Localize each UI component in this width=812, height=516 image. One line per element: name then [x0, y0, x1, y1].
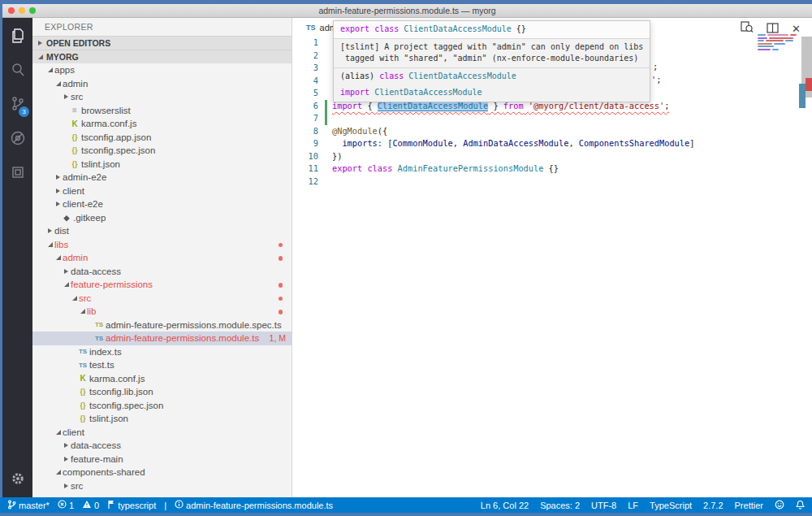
code-line-8[interactable]: 8@NgModule({ — [292, 125, 812, 138]
status-label: 1 — [69, 501, 74, 510]
source-control-icon[interactable]: 3 — [2, 88, 32, 120]
tree-item-label: admin-feature-permissions.module.ts — [106, 333, 259, 343]
tree-item-karma.conf.js[interactable]: karma.conf.js — [32, 117, 292, 131]
ts-olive-file-icon — [93, 321, 106, 328]
hover-alias-line: import ClientDataAccessModule — [334, 85, 650, 102]
tree-item-apps[interactable]: apps — [32, 63, 292, 77]
section-open-editors[interactable]: OPEN EDITORS — [32, 36, 292, 50]
tree-item-dist[interactable]: dist — [32, 224, 292, 238]
code-line-7[interactable]: 7 — [292, 112, 812, 125]
editor-actions: ✕ — [741, 21, 801, 37]
code-line-10[interactable]: 10}) — [292, 150, 812, 163]
tree-item-label: tslint.json — [81, 159, 120, 169]
json-file-icon — [68, 133, 81, 141]
split-editor-icon[interactable] — [767, 22, 779, 37]
line-number: 6 — [292, 100, 318, 113]
status-item[interactable] — [796, 500, 805, 511]
section-root-folder[interactable]: MYORG — [32, 50, 292, 63]
tree-item-client[interactable]: client — [32, 426, 292, 440]
tree-item-tsconfig.app.json[interactable]: tsconfig.app.json — [32, 131, 292, 145]
tree-item-src[interactable]: src — [32, 90, 292, 104]
status-label: typescript — [118, 501, 156, 510]
tree-item-label: src — [71, 92, 83, 102]
tree-item-src[interactable]: src — [32, 479, 292, 493]
tree-item-data-access[interactable]: data-access — [32, 265, 292, 279]
status-item-typescript[interactable]: TypeScript — [650, 501, 692, 510]
status-item-admin-feature-permissions-module-ts[interactable]: admin-feature-permissions.module.ts — [175, 500, 333, 510]
close-editor-icon[interactable]: ✕ — [792, 24, 801, 34]
tree-item-admin-e2e[interactable]: admin-e2e — [32, 171, 292, 184]
tree-item-tsconfig.spec.json[interactable]: tsconfig.spec.json — [32, 399, 292, 413]
tree-item-libs[interactable]: libs — [32, 238, 292, 252]
settings-gear-icon[interactable] — [2, 466, 32, 491]
status-item-1[interactable]: 1 — [58, 500, 74, 510]
status-item[interactable] — [775, 500, 784, 511]
extensions-icon[interactable] — [2, 156, 32, 189]
tree-item-admin-feature-permissions.module.ts[interactable]: admin-feature-permissions.module.ts1, M — [32, 332, 292, 345]
code-line-9[interactable]: 9 imports: [CommonModule, AdminDataAcces… — [292, 137, 812, 150]
tree-item-label: admin — [63, 253, 88, 262]
explorer-icon[interactable] — [2, 20, 32, 52]
search-icon[interactable] — [2, 54, 32, 86]
tree-item-label: tsconfig.spec.json — [89, 401, 163, 410]
tree-item-lib[interactable]: lib — [32, 305, 292, 319]
line-number: 3 — [292, 62, 318, 75]
line-number: 9 — [292, 137, 318, 150]
problem-dot-icon — [279, 310, 283, 314]
minimap[interactable] — [758, 34, 800, 51]
chevron-right-icon — [36, 41, 45, 46]
tree-item-label: tsconfig.spec.json — [81, 145, 155, 155]
debug-icon[interactable] — [2, 122, 32, 154]
status-item-spaces-2[interactable]: Spaces: 2 — [540, 501, 580, 510]
git-branch-icon — [7, 500, 16, 511]
status-item-utf-8[interactable]: UTF-8 — [591, 501, 616, 510]
status-label: Prettier — [735, 501, 763, 510]
open-changes-icon[interactable] — [741, 21, 754, 37]
tree-item-admin[interactable]: admin — [32, 77, 292, 91]
tree-item-label: lib — [87, 306, 97, 316]
status-label: admin-feature-permissions.module.ts — [186, 501, 333, 510]
code-line-12[interactable]: 12 — [292, 176, 812, 189]
tree-item-client[interactable]: client — [32, 184, 292, 198]
tree-item-feature-main[interactable]: feature-main — [32, 453, 292, 466]
line-number: 8 — [292, 125, 318, 138]
status-item--[interactable]: | — [164, 501, 166, 510]
tree-item-admin-feature-permissions.module.spec.ts[interactable]: admin-feature-permissions.module.spec.ts — [32, 319, 292, 332]
tree-item-label: admin — [63, 79, 88, 89]
scm-badge: 3 — [19, 106, 29, 117]
tree-item-browserslist[interactable]: browserslist — [32, 104, 292, 118]
tree-item-tslint.json[interactable]: tslint.json — [32, 412, 292, 426]
tree-item-feature-permissions[interactable]: feature-permissions — [32, 278, 292, 292]
smiley-icon — [775, 500, 784, 511]
tree-item-label: admin-e2e — [63, 172, 106, 182]
code-line-11[interactable]: 11export class AdminFeaturePermissionsMo… — [292, 163, 812, 176]
tree-item-tsconfig.spec.json[interactable]: tsconfig.spec.json — [32, 144, 292, 158]
tree-item-label: tslint.json — [89, 414, 128, 423]
status-item-lf[interactable]: LF — [628, 501, 638, 510]
status-item-master-[interactable]: master* — [7, 500, 50, 511]
chevron-expanded-icon — [54, 470, 63, 475]
status-item-0[interactable]: 0 — [82, 500, 99, 510]
tree-item-client-e2e[interactable]: client-e2e — [32, 197, 292, 211]
status-item-2-7-2[interactable]: 2.7.2 — [703, 501, 723, 510]
status-label: master* — [19, 501, 50, 510]
tree-item-tslint.json[interactable]: tslint.json — [32, 158, 292, 171]
tree-item-components-shared[interactable]: components-shared — [32, 466, 292, 479]
sidebar-title: EXPLORER — [32, 18, 292, 36]
tree-item-tsconfig.lib.json[interactable]: tsconfig.lib.json — [32, 385, 292, 399]
tree-item-src[interactable]: src — [32, 292, 292, 306]
tree-item-karma.conf.js[interactable]: karma.conf.js — [32, 372, 292, 386]
status-item-prettier[interactable]: Prettier — [735, 501, 763, 510]
status-item-ln-6-col-22[interactable]: Ln 6, Col 22 — [481, 501, 529, 510]
line-number: 7 — [292, 112, 318, 125]
tree-item-index.ts[interactable]: index.ts — [32, 345, 292, 359]
ts-blue-file-icon — [93, 335, 106, 342]
window-title: admin-feature-permissions.module.ts — my… — [2, 6, 812, 15]
tree-item-admin[interactable]: admin — [32, 251, 292, 265]
status-item-typescript[interactable]: typescript — [107, 500, 156, 511]
chevron-collapsed-icon — [62, 269, 71, 274]
tree-item-test.ts[interactable]: test.ts — [32, 358, 292, 372]
tree-item-.gitkeep[interactable]: .gitkeep — [32, 211, 292, 225]
tree-item-data-access[interactable]: data-access — [32, 439, 292, 453]
chevron-expanded-icon — [54, 255, 63, 260]
